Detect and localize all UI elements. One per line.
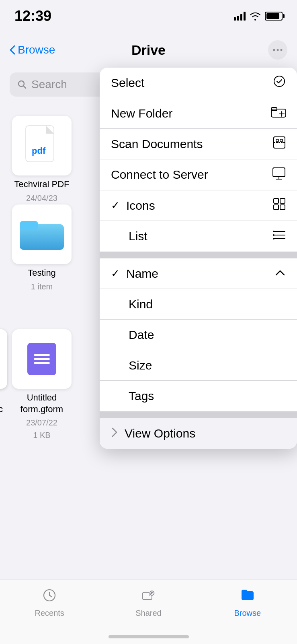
svg-rect-18 — [280, 139, 283, 142]
svg-point-1 — [277, 49, 279, 51]
icons-label: Icons — [126, 199, 155, 213]
svg-point-36 — [151, 592, 153, 594]
file-meta-date: 23/07/22 — [26, 418, 57, 427]
svg-rect-9 — [20, 221, 38, 230]
list-icon — [273, 229, 286, 244]
dropdown-menu: Select New Folder Scan Documents — [100, 68, 297, 449]
dropdown-item-name[interactable]: ✓ Name — [100, 258, 297, 289]
dropdown-item-date[interactable]: Date — [100, 320, 297, 350]
folder-plus-icon — [271, 106, 286, 121]
chevron-up-icon — [274, 267, 286, 280]
connect-server-label: Connect to Server — [111, 168, 208, 182]
recents-icon — [42, 588, 57, 606]
search-placeholder: Search — [31, 78, 67, 91]
checkmark-circle-icon — [273, 75, 286, 91]
list-item[interactable]: Untitled docu...t.gdoc 13/06/19 — [0, 329, 10, 440]
file-meta-date: 24/04/23 — [26, 194, 57, 203]
select-label: Select — [111, 76, 144, 90]
size-label: Size — [129, 359, 152, 372]
file-name: Untitled docu...t.gdoc — [0, 392, 10, 415]
search-icon — [18, 80, 27, 89]
svg-rect-17 — [276, 139, 279, 142]
dropdown-item-scan[interactable]: Scan Documents — [100, 129, 297, 159]
date-label: Date — [129, 328, 154, 342]
status-icons — [234, 12, 283, 21]
svg-rect-24 — [274, 205, 279, 210]
dropdown-section-sort: ✓ Name Kind Date Size — [100, 258, 297, 412]
name-label: Name — [126, 267, 158, 281]
dropdown-item-list[interactable]: List — [100, 221, 297, 252]
battery-icon — [265, 12, 283, 21]
dropdown-section-view-mode: ✓ Icons List — [100, 190, 297, 252]
monitor-icon — [272, 167, 286, 183]
dropdown-item-icons[interactable]: ✓ Icons — [100, 190, 297, 221]
more-button[interactable] — [268, 40, 287, 60]
tab-browse[interactable]: Browse — [215, 588, 280, 618]
svg-point-10 — [274, 76, 285, 87]
dropdown-section-actions: Select New Folder Scan Documents — [100, 68, 297, 190]
name-checkmark: ✓ — [111, 267, 120, 280]
file-name: Untitled form.gform — [10, 392, 74, 415]
dropdown-item-select[interactable]: Select — [100, 68, 297, 98]
svg-point-30 — [273, 234, 274, 236]
home-indicator — [109, 635, 189, 638]
kind-label: Kind — [129, 297, 153, 311]
list-item[interactable]: Untitled form.gform 23/07/22 1 KB — [10, 329, 74, 440]
tags-label: Tags — [129, 389, 154, 403]
tab-shared-label: Shared — [135, 609, 162, 618]
icons-checkmark: ✓ — [111, 199, 120, 212]
tab-browse-label: Browse — [234, 609, 261, 618]
file-meta: 1 item — [31, 282, 53, 291]
status-time: 12:39 — [14, 8, 51, 25]
svg-point-31 — [273, 238, 274, 239]
tab-recents[interactable]: Recents — [17, 588, 82, 618]
new-folder-label: New Folder — [111, 107, 172, 120]
folder-svg — [20, 217, 64, 252]
status-bar: 12:39 — [0, 0, 297, 32]
svg-point-0 — [273, 49, 275, 51]
file-icon-pdf: pdf — [12, 116, 72, 175]
dropdown-item-size[interactable]: Size — [100, 350, 297, 381]
file-icon-gdoc2 — [0, 329, 7, 389]
svg-rect-19 — [273, 168, 285, 177]
tab-shared[interactable]: Shared — [116, 588, 180, 618]
tab-recents-label: Recents — [35, 609, 64, 618]
file-name: Techviral PDF — [14, 179, 70, 190]
shared-icon — [141, 588, 156, 606]
page-title: Drive — [131, 42, 166, 58]
section-separator-2 — [100, 412, 297, 418]
svg-point-29 — [273, 231, 274, 232]
scan-label: Scan Documents — [111, 137, 203, 151]
browse-icon — [240, 588, 255, 606]
svg-rect-38 — [242, 590, 247, 594]
tab-bar: Recents Shared Browse — [0, 580, 297, 644]
file-icon-folder — [12, 204, 72, 264]
svg-point-2 — [281, 49, 283, 51]
svg-text:pdf: pdf — [32, 146, 46, 156]
dropdown-item-connect-server[interactable]: Connect to Server — [100, 159, 297, 190]
svg-rect-22 — [274, 198, 279, 203]
chevron-right-icon — [111, 427, 118, 440]
view-options-label: View Options — [125, 427, 195, 440]
list-label: List — [129, 229, 147, 243]
file-icon-gform — [12, 329, 72, 389]
back-label: Browse — [18, 43, 55, 56]
svg-rect-23 — [280, 198, 285, 203]
wifi-icon — [250, 12, 261, 21]
section-separator — [100, 252, 297, 258]
dropdown-item-view-options[interactable]: View Options — [100, 418, 297, 449]
scan-icon — [273, 136, 286, 152]
nav-bar: Browse Drive — [0, 32, 297, 68]
file-meta-size: 1 KB — [33, 431, 50, 440]
file-name: Testing — [28, 267, 56, 279]
svg-rect-25 — [280, 205, 285, 210]
dropdown-item-kind[interactable]: Kind — [100, 289, 297, 320]
dropdown-item-tags[interactable]: Tags — [100, 381, 297, 411]
signal-icon — [234, 12, 246, 21]
back-button[interactable]: Browse — [10, 43, 55, 56]
dropdown-item-new-folder[interactable]: New Folder — [100, 98, 297, 129]
svg-line-4 — [23, 86, 26, 88]
grid-icon — [273, 198, 286, 213]
